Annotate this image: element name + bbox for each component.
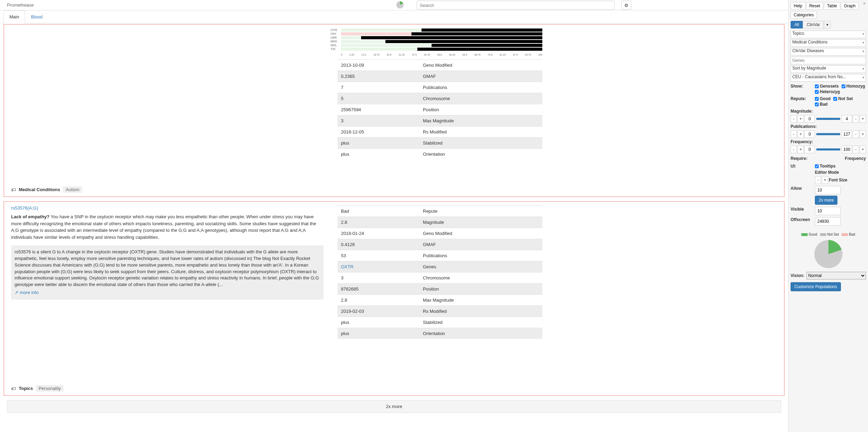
detail-value: 5	[337, 93, 419, 104]
genes-input[interactable]	[791, 57, 866, 64]
minus-button[interactable]: -	[791, 130, 797, 138]
cb-good[interactable]: Good	[815, 96, 831, 101]
tag-value[interactable]: Autism	[63, 186, 82, 193]
plus-button[interactable]: +	[798, 115, 804, 123]
plus-button[interactable]: +	[798, 130, 804, 138]
snp-link[interactable]: rs53576(A;G)	[11, 205, 324, 211]
visible-input[interactable]	[815, 207, 841, 215]
freq-max[interactable]	[842, 146, 852, 153]
minus-button[interactable]: -	[853, 130, 859, 138]
gene-link[interactable]: OXTR	[341, 264, 353, 269]
mag-max[interactable]	[842, 115, 852, 123]
conditions-select[interactable]: Medical Conditions	[791, 39, 866, 47]
axis-tick: 75.0	[488, 54, 493, 56]
minus-button[interactable]: -	[791, 146, 797, 153]
vision-select[interactable]: Normal	[807, 272, 866, 279]
pill-dropdown[interactable]: ▾	[824, 21, 831, 28]
graph-button[interactable]: Graph	[841, 2, 859, 10]
plus-button[interactable]: +	[860, 130, 866, 138]
allow-input[interactable]	[815, 186, 841, 194]
tab-main[interactable]: Main	[3, 10, 25, 23]
filter-button[interactable]: ⚙	[621, 1, 631, 10]
publications-slider[interactable]	[816, 133, 840, 135]
search-input[interactable]	[417, 1, 615, 10]
detail-value: 8762685	[337, 284, 419, 295]
chart-label: TSI	[331, 47, 337, 51]
publications-label: Publications:	[791, 124, 866, 129]
cb-editor[interactable]: Editor Mode	[815, 170, 839, 175]
detail-value: 2018-12-05	[337, 127, 419, 138]
freq-min[interactable]	[804, 146, 815, 153]
clinvar-select[interactable]: ClinVar Diseases	[791, 48, 866, 56]
table-row: 3Max Magnitude	[337, 115, 542, 127]
table-row: 2.8Max Magnitude	[337, 295, 542, 306]
minus-button[interactable]: -	[853, 115, 859, 123]
cb-heterozyg[interactable]: Heterozyg	[815, 89, 840, 94]
pill-clinvar[interactable]: ClinVar	[803, 21, 824, 28]
offscreen-input[interactable]	[815, 217, 841, 226]
chart-label: GIH	[331, 32, 337, 36]
magnitude-slider[interactable]	[816, 118, 840, 120]
chart-label: MKK	[331, 40, 337, 43]
detail-value: 2013-10-09	[337, 60, 419, 71]
customize-populations-button[interactable]: Customize Populations	[791, 282, 841, 291]
categories-button[interactable]: Categories	[791, 11, 817, 19]
detail-value: plus	[337, 138, 419, 149]
table-row: BadRepute	[337, 206, 542, 217]
detail-value: 2019-02-03	[337, 306, 419, 317]
table-row: 5Chromosome	[337, 93, 542, 104]
repute-label: Repute:	[791, 96, 815, 107]
minus-button[interactable]: -	[791, 115, 797, 123]
detail-table: 2013-10-09Geno Modified0.2365GMAF7Public…	[337, 59, 542, 160]
minus-button[interactable]: -	[815, 176, 821, 184]
table-row: 53Publications	[337, 250, 542, 261]
detail-key: Rs Modified	[419, 127, 542, 138]
help-button[interactable]: Help	[791, 2, 806, 10]
mag-min[interactable]	[804, 115, 815, 123]
cb-tooltips[interactable]: Tooltips	[815, 164, 836, 169]
cb-bad[interactable]: Bad	[815, 102, 828, 107]
cb-genosets[interactable]: Genosets	[815, 84, 839, 89]
allow-more-button[interactable]: 2x more	[815, 196, 837, 205]
chart-label: MXL	[331, 43, 337, 47]
table-button[interactable]: Table	[824, 2, 840, 10]
detail-value: 25967594	[337, 104, 419, 115]
detail-table: BadRepute2.8Magnitude2018-01-24Geno Modi…	[337, 205, 542, 339]
plus-button[interactable]: +	[860, 115, 866, 123]
reset-button[interactable]: Reset	[806, 2, 823, 10]
table-row: 7Publications	[337, 82, 542, 93]
pub-min[interactable]	[804, 130, 815, 138]
cb-notset[interactable]: Not Set	[833, 96, 853, 101]
tag-category: Topics	[19, 386, 33, 391]
plus-button[interactable]: +	[860, 146, 866, 153]
plus-button[interactable]: +	[798, 146, 804, 153]
load-more-button[interactable]: 2x more	[7, 400, 781, 413]
more-info-link[interactable]: ↗more info	[15, 290, 39, 296]
cb-homozyg[interactable]: Homozyg	[842, 84, 865, 89]
table-row: plusOrientation	[337, 328, 542, 339]
detail-value: 2.8	[337, 295, 419, 306]
detail-key: Stabilized	[419, 317, 542, 328]
tab-blood[interactable]: Blood	[25, 10, 48, 23]
tag-value[interactable]: Personality	[36, 385, 64, 392]
table-row: 3Chromosome	[337, 272, 542, 284]
detail-value: 2.8	[337, 217, 419, 228]
detail-key: Rs Modified	[419, 306, 542, 317]
tags-row: 🏷 Medical Conditions Autism	[11, 180, 324, 193]
detail-key: Orientation	[419, 149, 542, 160]
detail-value: 2018-01-24	[337, 228, 419, 239]
detail-key: Repute	[419, 206, 542, 217]
frequency-slider[interactable]	[816, 148, 840, 150]
plus-button[interactable]: +	[822, 176, 828, 184]
minus-button[interactable]: -	[853, 146, 859, 153]
topics-select[interactable]: Topics	[791, 31, 866, 38]
population-select[interactable]: CEU - Caucasians from No...	[791, 74, 866, 82]
pill-all[interactable]: All	[791, 21, 803, 28]
info-box: rs53576 is a silent G to A change in the…	[11, 245, 324, 300]
table-row: 0.2365GMAF	[337, 71, 542, 82]
close-icon[interactable]: ✕	[863, 1, 866, 6]
sort-select[interactable]: Sort by Magnitude	[791, 65, 866, 73]
axis-tick: 12.5	[361, 54, 366, 56]
detail-value: 7	[337, 82, 419, 93]
pub-max[interactable]	[842, 130, 852, 138]
